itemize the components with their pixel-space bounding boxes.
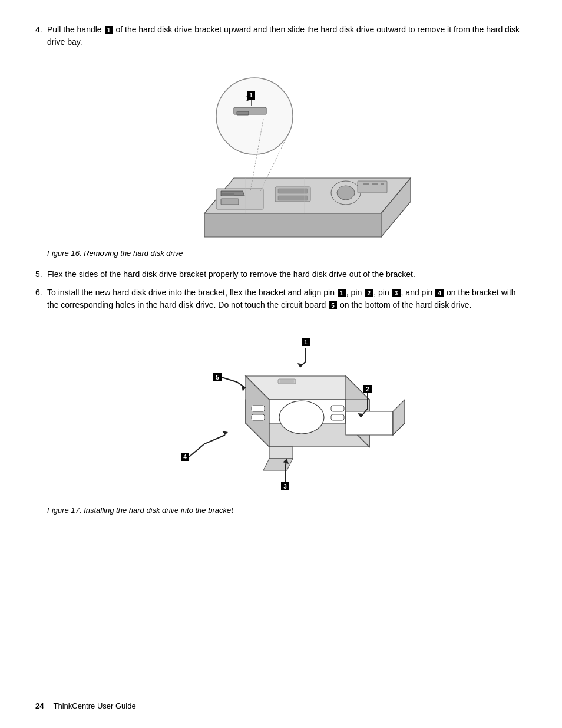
svg-rect-13 <box>381 183 384 185</box>
step-6-number: 6. <box>35 286 47 311</box>
svg-rect-17 <box>222 193 234 196</box>
figure-16-svg: 1 <box>146 60 416 243</box>
svg-rect-7 <box>278 196 308 200</box>
svg-text:1: 1 <box>249 92 253 98</box>
svg-point-4 <box>337 186 355 200</box>
svg-marker-39 <box>269 447 293 459</box>
page-footer: 24 ThinkCentre User Guide <box>35 701 136 710</box>
svg-rect-20 <box>237 111 249 115</box>
figure-17-svg: 1 2 3 4 <box>157 323 405 500</box>
svg-rect-11 <box>363 183 369 185</box>
figure-17: 1 2 3 4 <box>157 323 405 500</box>
svg-rect-33 <box>252 414 265 420</box>
figure-16-container: 1 <box>35 60 527 243</box>
svg-marker-38 <box>393 400 405 435</box>
badge-2: 2 <box>365 289 373 297</box>
figure-17-caption: Figure 17. Installing the hard disk driv… <box>47 506 527 515</box>
badge-1b: 1 <box>338 289 346 297</box>
step-6-text: To install the new hard disk drive into … <box>47 286 527 311</box>
svg-marker-52 <box>222 431 228 435</box>
step-6: 6. To install the new hard disk drive in… <box>35 286 527 311</box>
svg-rect-34 <box>331 406 344 411</box>
badge-3: 3 <box>392 289 401 297</box>
step-4-text: Pull the handle 1 of the hard disk drive… <box>47 24 527 48</box>
badge-1: 1 <box>105 26 113 34</box>
svg-marker-37 <box>346 411 393 435</box>
step-4-number: 4. <box>35 24 47 48</box>
svg-rect-57 <box>280 380 294 383</box>
svg-text:1: 1 <box>304 339 308 345</box>
page-number: 24 <box>35 701 44 710</box>
step-5-text: Flex the sides of the hard disk drive br… <box>47 268 527 281</box>
figure-16: 1 <box>146 60 416 243</box>
svg-marker-40 <box>263 459 293 470</box>
figure-16-caption: Figure 16. Removing the hard disk drive <box>47 249 527 258</box>
svg-text:3: 3 <box>283 483 287 490</box>
svg-text:4: 4 <box>183 454 187 460</box>
guide-title: ThinkCentre User Guide <box>53 701 135 710</box>
svg-rect-35 <box>331 414 344 420</box>
step-4: 4. Pull the handle 1 of the hard disk dr… <box>35 24 527 48</box>
svg-text:2: 2 <box>366 386 369 393</box>
svg-point-31 <box>279 401 324 434</box>
svg-rect-32 <box>252 406 265 411</box>
svg-marker-1 <box>204 213 381 237</box>
svg-text:5: 5 <box>216 374 219 381</box>
badge-4: 4 <box>435 289 444 297</box>
svg-rect-6 <box>278 189 308 193</box>
badge-5: 5 <box>329 301 337 309</box>
svg-point-18 <box>216 78 293 154</box>
step-5-number: 5. <box>35 268 47 281</box>
step-5: 5. Flex the sides of the hard disk drive… <box>35 268 527 281</box>
figure-17-container: 1 2 3 4 <box>35 323 527 500</box>
svg-rect-9 <box>221 199 239 205</box>
svg-rect-12 <box>372 183 378 185</box>
